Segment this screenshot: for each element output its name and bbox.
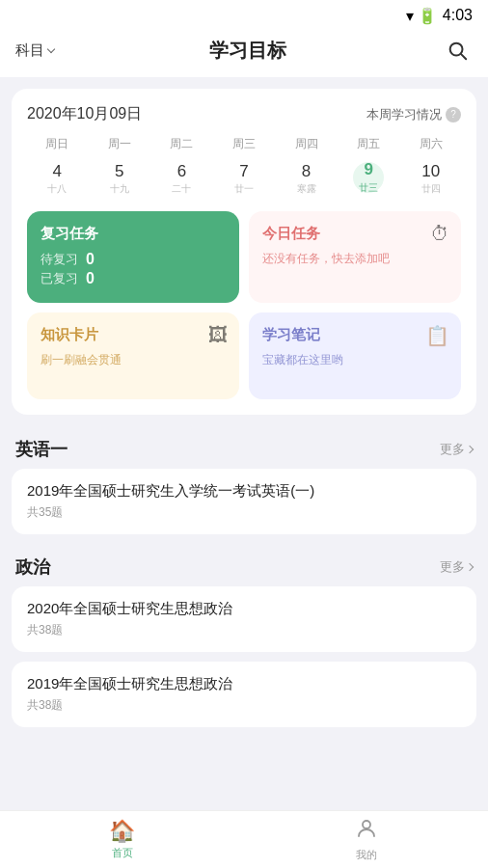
list-item-politics-0[interactable]: 2020年全国硕士研究生思想政治 共38题: [12, 586, 476, 652]
day-number: 8: [302, 162, 311, 181]
day-number-today: 9: [364, 160, 372, 179]
week-header-tue: 周二: [151, 136, 212, 156]
notes-icon: 📋: [425, 324, 449, 347]
list-item-sub: 共35题: [27, 504, 461, 521]
day-number: 5: [115, 162, 123, 181]
week-header-mon: 周一: [90, 136, 150, 156]
status-icons: ▾ 🔋: [406, 7, 437, 25]
list-item-politics-1[interactable]: 2019年全国硕士研究生思想政治 共38题: [12, 662, 476, 727]
list-item-title: 2020年全国硕士研究生思想政治: [27, 600, 461, 618]
weekly-status: 本周学习情况 ?: [366, 106, 461, 123]
day-lunar: 二十: [172, 182, 191, 196]
calendar-day-10[interactable]: 10 廿四: [400, 158, 461, 200]
today-card-title: 今日任务: [262, 225, 447, 243]
day-lunar: 廿四: [421, 182, 441, 196]
section-more-politics[interactable]: 更多: [440, 558, 473, 576]
week-header-fri: 周五: [339, 136, 399, 156]
week-header-thu: 周四: [276, 136, 337, 156]
calendar-date: 2020年10月09日: [27, 104, 142, 124]
today-circle: 9 廿三: [353, 162, 384, 193]
review-card[interactable]: 复习任务 待复习 0 已复习 0: [27, 211, 239, 303]
week-header-wed: 周三: [214, 136, 275, 156]
week-header-sun: 周日: [27, 136, 88, 156]
weekly-status-label: 本周学习情况: [366, 106, 442, 123]
calendar-day-5[interactable]: 5 十九: [90, 158, 150, 200]
section-title-politics: 政治: [15, 556, 50, 579]
review-card-title: 复习任务: [41, 225, 226, 243]
knowledge-card-title: 知识卡片: [41, 326, 226, 344]
home-icon: 🏠: [109, 819, 135, 844]
review-pending-label: 待复习: [41, 251, 78, 268]
profile-icon: [355, 817, 378, 846]
review-pending-count: 0: [86, 251, 95, 268]
chevron-right-icon-english: [466, 446, 474, 453]
list-item-sub: 共38题: [27, 697, 461, 714]
section-header-english: 英语一 更多: [12, 426, 476, 469]
cards-icon: 🖼: [208, 324, 228, 346]
nav-label-profile: 我的: [356, 848, 377, 862]
search-button[interactable]: [442, 35, 473, 66]
nav-label-home: 首页: [112, 846, 133, 860]
svg-point-2: [363, 821, 370, 828]
day-lunar-today: 廿三: [359, 181, 378, 195]
day-number: 6: [177, 162, 186, 181]
calendar-day-6[interactable]: 6 二十: [151, 158, 212, 200]
status-time: 4:03: [443, 7, 473, 24]
today-empty-text: 还没有任务，快去添加吧: [262, 251, 447, 267]
review-done-row: 已复习 0: [41, 270, 226, 287]
section-more-label-politics: 更多: [440, 558, 465, 576]
section-header-politics: 政治 更多: [12, 544, 476, 586]
review-done-count: 0: [86, 270, 95, 287]
nav-item-profile[interactable]: 我的: [244, 811, 488, 868]
subject-selector[interactable]: 科目: [15, 41, 54, 60]
top-nav: 科目 学习目标: [0, 27, 488, 77]
notes-card[interactable]: 学习笔记 📋 宝藏都在这里哟: [249, 312, 461, 399]
clock-icon: ⏱: [430, 223, 449, 245]
battery-icon: 🔋: [418, 7, 437, 25]
function-cards-grid: 复习任务 待复习 0 已复习 0 今日任务 ⏱ 还没有任务，快去添加吧 知识卡片: [27, 211, 461, 399]
chevron-right-icon-politics: [466, 563, 474, 571]
review-done-label: 已复习: [41, 270, 78, 287]
wifi-icon: ▾: [406, 7, 414, 25]
bottom-nav: 🏠 首页 我的: [0, 810, 488, 868]
calendar-day-8[interactable]: 8 寒露: [276, 158, 337, 200]
section-more-english[interactable]: 更多: [440, 441, 473, 458]
week-days: 周日 周一 周二 周三 周四 周五 周六 4 十八 5 十九 6 二十: [27, 136, 461, 200]
calendar-day-4[interactable]: 4 十八: [27, 158, 88, 200]
review-pending-row: 待复习 0: [41, 251, 226, 268]
day-lunar: 十九: [110, 182, 129, 196]
week-header-sat: 周六: [400, 136, 461, 156]
notes-card-title: 学习笔记: [262, 326, 447, 344]
status-bar: ▾ 🔋 4:03: [0, 0, 488, 27]
today-task-card[interactable]: 今日任务 ⏱ 还没有任务，快去添加吧: [249, 211, 461, 303]
day-lunar: 廿一: [234, 182, 254, 196]
notes-card-sub: 宝藏都在这里哟: [262, 352, 447, 368]
day-lunar: 寒露: [297, 182, 316, 196]
calendar-header: 2020年10月09日 本周学习情况 ?: [27, 104, 461, 124]
list-item-english-0[interactable]: 2019年全国硕士研究生入学统一考试英语(一) 共35题: [12, 469, 476, 534]
subject-label: 科目: [15, 41, 44, 60]
calendar-card: 2020年10月09日 本周学习情况 ? 周日 周一 周二 周三 周四 周五 周…: [12, 89, 476, 415]
svg-line-1: [461, 54, 466, 59]
page-title: 学习目标: [54, 38, 442, 64]
knowledge-card-sub: 刷一刷融会贯通: [41, 352, 226, 368]
day-number: 7: [239, 162, 248, 181]
day-number: 4: [53, 162, 62, 181]
list-item-title: 2019年全国硕士研究生思想政治: [27, 675, 461, 693]
search-icon: [447, 40, 468, 61]
nav-item-home[interactable]: 🏠 首页: [0, 811, 244, 868]
day-lunar: 十八: [47, 182, 67, 196]
knowledge-card[interactable]: 知识卡片 🖼 刷一刷融会贯通: [27, 312, 239, 399]
section-more-label-english: 更多: [440, 441, 465, 458]
list-item-sub: 共38题: [27, 622, 461, 638]
list-item-title: 2019年全国硕士研究生入学统一考试英语(一): [27, 482, 461, 501]
calendar-day-9-today[interactable]: 9 廿三: [339, 158, 399, 200]
section-title-english: 英语一: [15, 438, 68, 461]
calendar-day-7[interactable]: 7 廿一: [214, 158, 275, 200]
day-number: 10: [421, 162, 440, 181]
main-content: 2020年10月09日 本周学习情况 ? 周日 周一 周二 周三 周四 周五 周…: [0, 77, 488, 816]
help-icon[interactable]: ?: [446, 107, 461, 122]
